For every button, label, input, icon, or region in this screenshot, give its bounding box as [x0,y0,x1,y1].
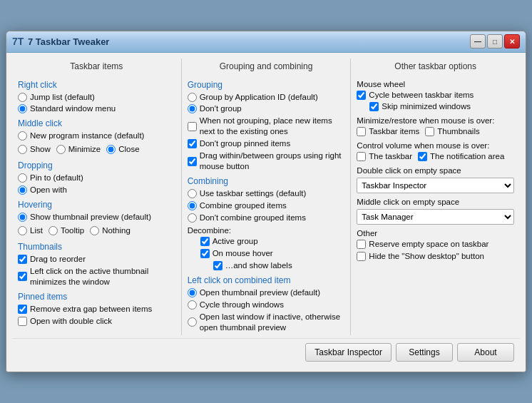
decombine-sub-check-0[interactable]: …and show labels [213,260,345,271]
mouse-wheel-label: Mouse wheel [357,80,514,88]
thumb-check-1[interactable]: Left click on the active thumbnail minim… [18,266,175,287]
grouping-checks: When not grouping, place new items next … [188,116,345,172]
grouping-radio-group: Group by Application ID (default) Don't … [188,92,345,115]
middle-click-group: New program instance (default) Show Mini… [18,131,175,156]
hovering-sub-group: List Tooltip Nothing [18,225,175,236]
double-click-label: Double click on empty space [357,166,514,175]
settings-button[interactable]: Settings [396,343,453,362]
other-label: Other [357,229,514,238]
window-title: 7 Taskbar Tweaker [28,36,470,47]
close-button[interactable]: ✕ [504,34,520,49]
main-window: 7T 7 Taskbar Tweaker — □ ✕ Taskbar items… [6,31,526,373]
col-taskbar-items: Taskbar items Right click Jump list (def… [12,58,182,336]
col-grouping: Grouping and combining Grouping Group by… [182,58,352,336]
other-checks: Reserve empty space on taskbar Hide the … [357,239,514,262]
left-click-group: Open thumbnail preview (default) Cycle t… [188,287,345,333]
minimize-checks: Taskbar items Thumbnails [357,126,514,137]
double-click-select[interactable]: Taskbar Inspector Task Manager Nothing [357,178,514,193]
thumbnails-checks: Drag to reorder Left click on the active… [18,254,175,287]
decombine-check-1[interactable]: On mouse hover [200,248,345,259]
middle-click-option-0[interactable]: New program instance (default) [18,131,175,141]
col3-header: Other taskbar options [357,61,514,74]
col-other: Other taskbar options Mouse wheel Cycle … [351,58,520,336]
right-click-label: Right click [18,80,175,90]
thumb-check-0[interactable]: Drag to reorder [18,254,175,265]
maximize-button[interactable]: □ [487,34,503,49]
left-click-label: Left click on combined item [188,275,345,285]
minimize-button[interactable]: — [470,34,486,49]
volume-label: Control volume when mouse is over: [357,141,514,150]
left-click-option-1[interactable]: Cycle through windows [188,300,345,310]
dropping-option-0[interactable]: Pin to (default) [18,173,175,183]
cycle-taskbar-check[interactable]: Cycle between taskbar items [357,90,514,101]
minimize-thumbnails-check[interactable]: Thumbnails [425,126,479,137]
decombine-check-0[interactable]: Active group [200,236,345,247]
middle-click-dropdown-row: Task Manager Taskbar Inspector Nothing [357,209,514,225]
thumbnails-label: Thumbnails [18,242,175,252]
volume-notification-check[interactable]: The notification area [418,151,504,162]
left-click-option-2[interactable]: Open last window if inactive, otherwise … [188,312,345,333]
pinned-check-1[interactable]: Open with double click [18,316,175,327]
combining-radio-group: Use taskbar settings (default) Combine g… [188,188,345,223]
combining-option-1[interactable]: Combine grouped items [188,200,345,211]
grouping-check-2[interactable]: Drag within/between groups using right m… [188,151,345,172]
combining-option-2[interactable]: Don't combine grouped items [188,213,345,223]
right-click-option-0[interactable]: Jump list (default) [18,92,175,103]
titlebar: 7T 7 Taskbar Tweaker — □ ✕ [6,31,526,53]
pinned-label: Pinned items [18,292,175,302]
dropping-label: Dropping [18,160,175,170]
middle-click-label: Middle click [18,118,175,128]
volume-taskbar-check[interactable]: The taskbar [357,151,412,162]
minimize-taskbar-check[interactable]: Taskbar items [357,126,419,137]
middle-click-select[interactable]: Task Manager Taskbar Inspector Nothing [357,209,514,225]
grouping-check-0[interactable]: When not grouping, place new items next … [188,116,345,137]
window-controls: — □ ✕ [470,34,520,49]
decombine-checks: Active group On mouse hover …and show la… [200,236,345,271]
reserve-space-check[interactable]: Reserve empty space on taskbar [357,239,514,250]
middle-click-show[interactable]: Show [18,144,51,155]
hovering-label: Hovering [18,200,175,210]
middle-click-empty-label: Middle click on empty space [357,198,514,206]
volume-checks: The taskbar The notification area [357,151,514,162]
hovering-nothing[interactable]: Nothing [90,225,131,236]
grouping-label: Grouping [188,80,345,90]
grouping-check-1[interactable]: Don't group pinned items [188,138,345,149]
middle-click-inline: Show Minimize Close [18,144,175,155]
decombine-label: Decombine: [188,226,345,235]
hovering-option-0[interactable]: Show thumbnail preview (default) [18,212,175,223]
dropping-group: Pin to (default) Open with [18,173,175,195]
pinned-checks: Remove extra gap between items Open with… [18,304,175,327]
right-click-option-1[interactable]: Standard window menu [18,103,175,114]
col2-header: Grouping and combining [188,61,345,74]
col1-header: Taskbar items [18,61,175,74]
bottom-bar: Taskbar Inspector Settings About [12,338,520,366]
middle-click-minimize[interactable]: Minimize [56,144,101,155]
left-click-option-0[interactable]: Open thumbnail preview (default) [188,287,345,298]
hovering-tooltip[interactable]: Tooltip [48,225,84,236]
grouping-option-0[interactable]: Group by Application ID (default) [188,92,345,103]
middle-click-close[interactable]: Close [106,144,139,155]
taskbar-inspector-button[interactable]: Taskbar Inspector [305,343,392,362]
hovering-group: Show thumbnail preview (default) List To… [18,212,175,238]
app-icon: 7T [12,36,24,47]
minimize-label: Minimize/restore when mouse is over: [357,116,514,125]
decombine-section: Decombine: Active group On mouse hover …… [188,226,345,271]
hide-desktop-check[interactable]: Hide the "Show desktop" button [357,251,514,262]
right-click-group: Jump list (default) Standard window menu [18,92,175,115]
dropping-option-1[interactable]: Open with [18,185,175,195]
skip-minimized-check[interactable]: Skip minimized windows [369,101,514,112]
about-button[interactable]: About [457,343,514,362]
grouping-option-1[interactable]: Don't group [188,103,345,114]
pinned-check-0[interactable]: Remove extra gap between items [18,304,175,315]
double-click-dropdown-row: Taskbar Inspector Task Manager Nothing [357,178,514,193]
hovering-list[interactable]: List [18,225,43,236]
combining-label: Combining [188,176,345,186]
combining-option-0[interactable]: Use taskbar settings (default) [188,188,345,199]
mouse-wheel-checks: Cycle between taskbar items Skip minimiz… [357,90,514,113]
